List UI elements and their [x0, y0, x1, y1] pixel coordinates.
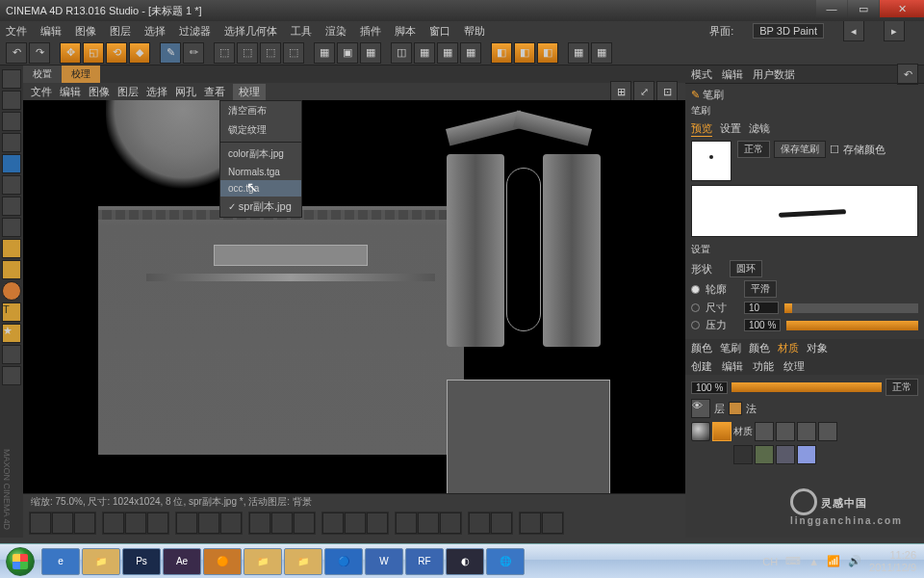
paint-icon[interactable]: ⬚: [214, 42, 235, 64]
scale-tool-icon[interactable]: ◱: [83, 42, 104, 64]
bt-1[interactable]: [30, 512, 51, 534]
size-slider[interactable]: [784, 303, 918, 313]
mtab-brush[interactable]: 笔刷: [720, 341, 741, 355]
checker3-icon[interactable]: ▦: [591, 42, 612, 64]
tab-userdata[interactable]: 用户数据: [753, 67, 795, 82]
bt-20[interactable]: [491, 512, 512, 534]
dd-file-color[interactable]: color副本.jpg: [220, 144, 301, 164]
menu-file[interactable]: 文件: [6, 24, 27, 39]
palette-wand-icon[interactable]: [2, 366, 21, 385]
tray-volume-icon[interactable]: 🔊: [848, 555, 861, 567]
misc2-icon[interactable]: ▦: [414, 42, 435, 64]
palette-brush-icon[interactable]: [2, 154, 21, 173]
mtab-color[interactable]: 颜色: [691, 341, 712, 355]
cube1-icon[interactable]: ◧: [491, 42, 512, 64]
tray-flag-icon[interactable]: ▲: [808, 556, 819, 567]
move-tool-icon[interactable]: ✥: [60, 42, 81, 64]
brush-tab-preview[interactable]: 预览: [691, 121, 712, 137]
brush-tab-settings[interactable]: 设置: [720, 121, 741, 137]
taskbar-folder2-icon[interactable]: 📁: [284, 548, 322, 575]
palette-star-icon[interactable]: ★: [2, 324, 21, 343]
bt-22[interactable]: [542, 512, 563, 534]
bt-6[interactable]: [147, 512, 168, 534]
submenu-texture[interactable]: 校理: [233, 84, 266, 100]
taskbar-ie-icon[interactable]: e: [41, 548, 80, 575]
channel-thumb-4[interactable]: [797, 445, 816, 464]
ime-icon[interactable]: ⌨: [785, 555, 801, 567]
misc3-icon[interactable]: ▦: [437, 42, 458, 64]
misc4-icon[interactable]: ▦: [460, 42, 481, 64]
bt-14[interactable]: [345, 512, 366, 534]
vp-icon-1[interactable]: ⊞: [610, 81, 631, 102]
cube2-icon[interactable]: ◧: [514, 42, 535, 64]
palette-blur-icon[interactable]: [2, 260, 21, 279]
misc1-icon[interactable]: ◫: [391, 42, 412, 64]
pressure-radio[interactable]: [691, 321, 700, 329]
bt-9[interactable]: [220, 512, 242, 534]
taskbar-aftereffects-icon[interactable]: Ae: [163, 548, 201, 575]
close-button[interactable]: ✕: [880, 0, 924, 17]
taskbar-folder1-icon[interactable]: 📁: [244, 548, 282, 575]
dd-file-spr[interactable]: ✓ spr副本.jpg: [220, 197, 301, 217]
submenu-mesh[interactable]: 网孔: [175, 85, 196, 99]
channel-thumb-3[interactable]: [776, 445, 795, 464]
outline-radio[interactable]: [691, 285, 700, 294]
language-indicator[interactable]: CH: [762, 556, 778, 567]
brush2-tool-icon[interactable]: ✏: [183, 42, 204, 64]
msub-create[interactable]: 创建: [691, 359, 712, 374]
channel-thumb-2[interactable]: [755, 445, 774, 464]
taskbar-app5-icon[interactable]: 🟠: [203, 548, 242, 575]
bt-8[interactable]: [198, 512, 219, 534]
layer-swatch[interactable]: [729, 402, 742, 415]
channel-thumb-1[interactable]: [733, 445, 753, 464]
taskbar-word-icon[interactable]: W: [365, 548, 403, 575]
menu-select[interactable]: 选择: [144, 24, 166, 39]
bt-10[interactable]: [249, 512, 270, 534]
paint3-icon[interactable]: ⬚: [260, 42, 281, 64]
cube3-icon[interactable]: ◧: [537, 42, 558, 64]
submenu-select[interactable]: 选择: [146, 85, 167, 99]
layer-opacity-field[interactable]: 100 %: [691, 381, 728, 394]
paint4-icon[interactable]: ⬚: [283, 42, 304, 64]
bt-19[interactable]: [469, 512, 490, 534]
checker1-icon[interactable]: ▦: [314, 42, 335, 64]
layout-nav1-icon[interactable]: ◂: [843, 20, 864, 41]
tool-icon[interactable]: ◆: [129, 42, 150, 64]
palette-tool-1[interactable]: [2, 69, 21, 89]
taskbar-rf-icon[interactable]: RF: [405, 548, 444, 575]
bt-4[interactable]: [103, 512, 124, 534]
dd-file-normals[interactable]: Normals.tga: [220, 164, 301, 180]
menu-filter[interactable]: 过滤器: [179, 24, 211, 39]
bt-16[interactable]: [396, 512, 417, 534]
palette-smudge-icon[interactable]: [2, 239, 21, 258]
pressure-slider[interactable]: [786, 321, 918, 330]
tray-network-icon[interactable]: 📶: [827, 555, 840, 567]
bt-21[interactable]: [520, 512, 541, 534]
mtab-object[interactable]: 对象: [807, 341, 828, 355]
texture-viewport[interactable]: 清空画布 锁定纹理 color副本.jpg Normals.tga occ.tg…: [23, 100, 685, 493]
layout-nav2-icon[interactable]: ▸: [884, 20, 905, 41]
grid-icon[interactable]: ▦: [568, 42, 589, 64]
brush-tab-filter[interactable]: 滤镜: [749, 121, 770, 137]
msub-texture[interactable]: 纹理: [783, 359, 805, 374]
maximize-button[interactable]: ▭: [848, 0, 879, 17]
menu-tools[interactable]: 工具: [291, 24, 312, 39]
dd-file-occ[interactable]: occ.tga: [220, 180, 301, 197]
material-thumb-3[interactable]: [797, 422, 816, 441]
submenu-edit[interactable]: 编辑: [60, 85, 81, 99]
bt-2[interactable]: [52, 512, 73, 534]
palette-gradient-icon[interactable]: [2, 218, 21, 237]
taskbar-clock[interactable]: 11:26 2011/12/9: [869, 549, 916, 572]
bt-7[interactable]: [176, 512, 197, 534]
submenu-file[interactable]: 文件: [31, 85, 52, 99]
bt-11[interactable]: [271, 512, 293, 534]
palette-drop-icon[interactable]: [2, 281, 21, 301]
taskbar-photoshop-icon[interactable]: Ps: [122, 548, 161, 575]
layer-opacity-slider[interactable]: [732, 382, 882, 392]
material-thumb-sphere[interactable]: [691, 422, 710, 441]
bt-5[interactable]: [125, 512, 146, 534]
menu-layer[interactable]: 图层: [110, 24, 131, 39]
layout-dropdown[interactable]: BP 3D Paint: [753, 23, 824, 39]
taskbar-app8-icon[interactable]: 🔵: [324, 548, 363, 575]
palette-tool-4[interactable]: [2, 133, 21, 152]
